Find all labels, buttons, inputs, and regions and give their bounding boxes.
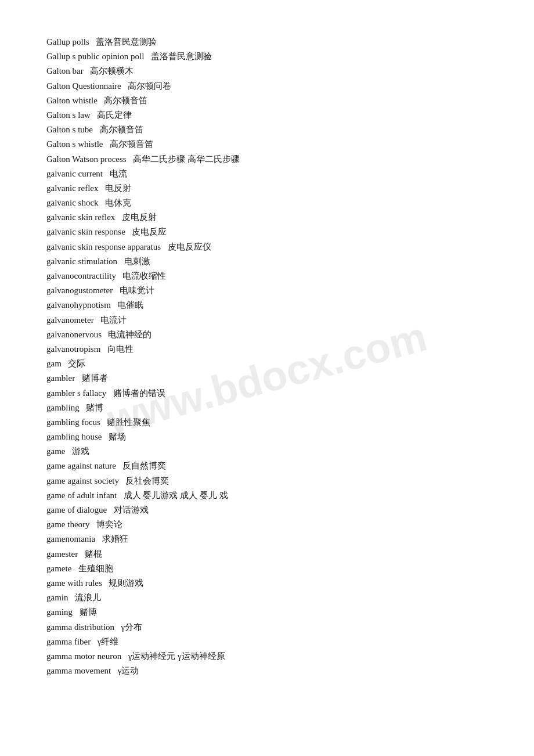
entry-chinese: 游戏 bbox=[67, 447, 89, 456]
list-item: game of adult infant 成人 婴儿游戏 成人 婴儿 戏 bbox=[46, 488, 488, 503]
list-item: Galton Watson process 高华二氏步骤 高华二氏步骤 bbox=[46, 152, 488, 167]
entry-english: galvanometer bbox=[46, 315, 94, 325]
entry-chinese: 赌场 bbox=[104, 432, 126, 441]
entry-chinese: 赌博者的错误 bbox=[109, 388, 165, 398]
list-item: galvanic reflex 电反射 bbox=[46, 181, 488, 196]
list-item: gamete 生殖细胞 bbox=[46, 561, 488, 576]
list-item: Galton s law 高氏定律 bbox=[46, 108, 488, 123]
entry-chinese: 反自然博奕 bbox=[118, 461, 167, 470]
list-item: galvanic skin response apparatus 皮电反应仪 bbox=[46, 240, 488, 254]
list-item: game 游戏 bbox=[46, 444, 488, 459]
entry-english: Galton Questionnaire bbox=[46, 81, 121, 91]
entry-chinese: 高尔顿横木 bbox=[86, 66, 134, 75]
entry-chinese: 皮电反应 bbox=[128, 227, 167, 236]
list-item: game against nature 反自然博奕 bbox=[46, 459, 488, 473]
list-item: Galton s tube 高尔顿音笛 bbox=[46, 123, 488, 137]
entry-chinese: 生殖细胞 bbox=[74, 564, 113, 573]
entry-chinese: 高氏定律 bbox=[93, 110, 132, 120]
entry-english: gamma motor neuron bbox=[46, 651, 121, 661]
list-item: galvanohypnotism 电催眠 bbox=[46, 298, 488, 312]
list-item: game theory 博奕论 bbox=[46, 517, 488, 532]
entry-chinese: γ纤维 bbox=[93, 637, 118, 646]
entry-english: galvanic shock bbox=[46, 198, 99, 207]
entry-chinese: γ运动神经元 γ运动神经原 bbox=[124, 651, 225, 661]
entry-chinese: 电催眠 bbox=[113, 300, 144, 309]
entry-chinese: 电反射 bbox=[101, 183, 132, 193]
list-item: game with rules 规则游戏 bbox=[46, 576, 488, 591]
entry-english: game theory bbox=[46, 520, 90, 529]
entry-chinese: 高尔顿音笛 bbox=[95, 125, 143, 134]
entry-chinese: 电流 bbox=[105, 169, 127, 178]
entry-chinese: 求婚狂 bbox=[98, 534, 128, 543]
entry-english: galvanic current bbox=[46, 169, 103, 178]
list-item: galvanometer 电流计 bbox=[46, 313, 488, 327]
entries-container: Gallup polls 盖洛普民意测验Gallup s public opin… bbox=[46, 35, 488, 678]
entry-english: galvanohypnotism bbox=[46, 300, 111, 309]
entry-english: gamma fiber bbox=[46, 637, 91, 646]
entry-chinese: 规则游戏 bbox=[104, 578, 144, 588]
entry-english: gambler s fallacy bbox=[46, 388, 106, 398]
entry-english: gambling focus bbox=[46, 417, 100, 427]
entry-chinese: γ运动 bbox=[113, 666, 139, 675]
entry-english: gambler bbox=[46, 373, 75, 383]
entry-english: galvanocontractility bbox=[46, 271, 116, 280]
list-item: Galton bar 高尔顿横木 bbox=[46, 64, 488, 78]
list-item: gamma motor neuron γ运动神经元 γ运动神经原 bbox=[46, 649, 488, 664]
list-item: gambler s fallacy 赌博者的错误 bbox=[46, 386, 488, 401]
entry-english: galvanotropism bbox=[46, 344, 100, 354]
list-item: gam 交际 bbox=[46, 357, 488, 371]
entry-english: game bbox=[46, 447, 65, 456]
entry-chinese: 赌博 bbox=[75, 607, 97, 617]
list-item: gamma distribution γ分布 bbox=[46, 620, 488, 635]
list-item: galvanonervous 电流神经的 bbox=[46, 327, 488, 342]
entry-english: Gallup s public opinion poll bbox=[46, 52, 144, 61]
list-item: galvanic stimulation 电刺激 bbox=[46, 254, 488, 269]
list-item: gambling focus 赌胜性聚焦 bbox=[46, 415, 488, 430]
list-item: Gallup s public opinion poll 盖洛普民意测验 bbox=[46, 49, 488, 64]
list-item: gambler 赌博者 bbox=[46, 371, 488, 386]
entry-english: gam bbox=[46, 359, 62, 368]
entry-chinese: 流浪儿 bbox=[71, 593, 102, 602]
list-item: gamester 赌棍 bbox=[46, 547, 488, 561]
entry-chinese: 反社会博奕 bbox=[121, 476, 169, 485]
entry-english: game of adult infant bbox=[46, 491, 117, 500]
entry-chinese: 赌博者 bbox=[77, 373, 108, 383]
entry-english: Galton Watson process bbox=[46, 154, 127, 164]
list-item: galvanocontractility 电流收缩性 bbox=[46, 269, 488, 283]
entry-english: gamester bbox=[46, 549, 78, 559]
entry-english: gamma distribution bbox=[46, 622, 114, 632]
entry-chinese: 交际 bbox=[64, 359, 86, 368]
entry-chinese: 电味觉计 bbox=[115, 286, 154, 295]
entry-english: Galton s tube bbox=[46, 125, 93, 134]
list-item: galvanic skin response 皮电反应 bbox=[46, 225, 488, 239]
list-item: gamma movement γ运动 bbox=[46, 664, 488, 678]
entry-english: Galton whistle bbox=[46, 96, 98, 105]
list-item: gamenomania 求婚狂 bbox=[46, 532, 488, 546]
entry-chinese: 高华二氏步骤 高华二氏步骤 bbox=[129, 154, 240, 164]
list-item: galvanogustometer 电味觉计 bbox=[46, 283, 488, 298]
entry-english: gamenomania bbox=[46, 534, 95, 543]
entry-english: galvanic skin response bbox=[46, 227, 125, 236]
entry-chinese: 皮电反应仪 bbox=[163, 242, 211, 251]
entry-english: Galton s whistle bbox=[46, 139, 103, 149]
list-item: gamin 流浪儿 bbox=[46, 591, 488, 605]
list-item: game against society 反社会博奕 bbox=[46, 474, 488, 488]
dictionary-content: www.bdocx.com Gallup polls 盖洛普民意测验Gallup… bbox=[46, 35, 488, 678]
list-item: gamma fiber γ纤维 bbox=[46, 635, 488, 649]
list-item: galvanotropism 向电性 bbox=[46, 342, 488, 357]
list-item: galvanic shock 电休克 bbox=[46, 196, 488, 210]
list-item: gambling house 赌场 bbox=[46, 430, 488, 444]
entry-english: game against society bbox=[46, 476, 119, 485]
list-item: galvanic current 电流 bbox=[46, 167, 488, 181]
entry-english: game with rules bbox=[46, 578, 102, 588]
entry-chinese: 高尔顿音笛 bbox=[100, 96, 148, 105]
entry-chinese: 向电性 bbox=[103, 344, 134, 354]
entry-english: Gallup polls bbox=[46, 37, 89, 46]
entry-chinese: 赌棍 bbox=[80, 549, 102, 559]
entry-english: galvanogustometer bbox=[46, 286, 113, 295]
entry-chinese: 电流收缩性 bbox=[118, 271, 167, 280]
entry-english: game against nature bbox=[46, 461, 116, 470]
entry-chinese: 电休克 bbox=[101, 198, 132, 207]
entry-english: gambling bbox=[46, 403, 80, 412]
entry-chinese: 电刺激 bbox=[120, 257, 150, 266]
